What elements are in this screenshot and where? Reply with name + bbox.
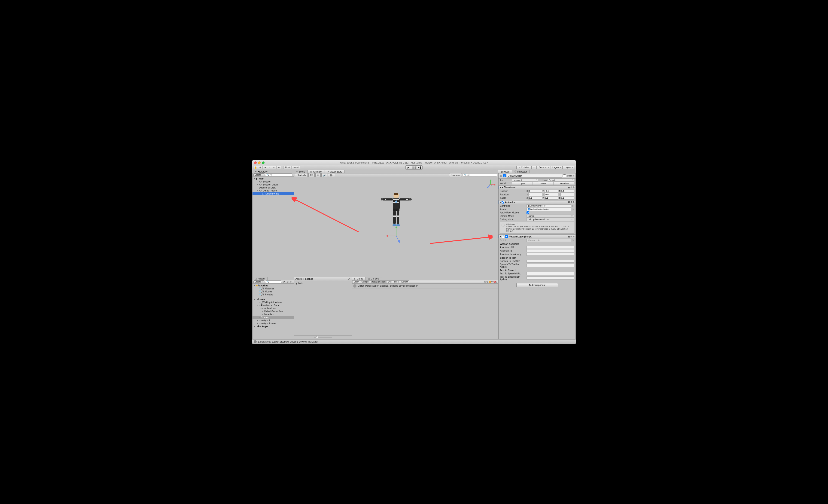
unity-sdk-core-folder[interactable]: ▸🗀 unity-sdk-core <box>252 322 294 325</box>
raw-mocap-folder[interactable]: ▾🗀 Raw Mocap Data <box>252 304 294 307</box>
account-dropdown[interactable]: Account <box>537 166 550 169</box>
hierarchy-item-directional-light[interactable]: Directional Light <box>252 186 294 189</box>
scene-gizmo[interactable]: y x <box>485 179 496 191</box>
minimize-window-button[interactable] <box>258 162 261 164</box>
animations-folder[interactable]: ▸🗀 Animations <box>252 307 294 310</box>
tts-key-field[interactable] <box>527 277 574 280</box>
packages-group[interactable]: ▸🗀 Packages <box>252 325 294 328</box>
multi-tool[interactable]: ✦ <box>277 166 281 169</box>
animator-header[interactable]: ▾ Animator ▣↺⚙ <box>499 201 576 204</box>
hand-tool[interactable]: ✋ <box>253 166 258 169</box>
help-icon[interactable]: ▣ <box>568 201 570 203</box>
play-button[interactable]: ▶ <box>406 166 411 169</box>
transform-header[interactable]: ▾⤧ Transform ▣↺⚙ <box>499 186 576 189</box>
pos-x[interactable] <box>528 190 542 193</box>
animator-enabled[interactable] <box>502 201 504 204</box>
pos-y[interactable] <box>544 190 558 193</box>
model-overrides-button[interactable]: Overrides ▾ <box>553 182 574 185</box>
watson-header[interactable]: ▾📄 Watson Logic (Script) ▣↺⚙ <box>499 235 576 238</box>
rotate-tool[interactable]: ⟳ <box>263 166 267 169</box>
all-models[interactable]: 🔍 All Models <box>252 290 294 293</box>
rot-y[interactable] <box>544 193 558 196</box>
update-mode-dropdown[interactable]: Normal⇕ <box>527 215 574 218</box>
reset-icon[interactable]: ↺ <box>570 236 572 238</box>
scale-x[interactable] <box>528 197 542 200</box>
walking-folder[interactable]: 🗀 _WalkingAnimations <box>252 301 294 304</box>
fx-toggle[interactable]: ▦ <box>328 173 335 177</box>
hierarchy-item-defaultavatar[interactable]: ▸▢DefaultAvatar <box>252 192 294 195</box>
breadcrumb-assets[interactable]: Assets <box>295 278 302 280</box>
scenes-folder[interactable]: 🗀 Scenes <box>252 316 294 319</box>
tts-url-field[interactable] <box>527 272 574 275</box>
avatar-field[interactable]: 👤 DefaultAvatarAvatar <box>527 208 571 211</box>
unity-sdk-folder[interactable]: ▸🗀 unity-sdk <box>252 319 294 322</box>
controller-field[interactable]: ▦ DefaultController <box>527 204 571 207</box>
inspector-tab[interactable]: ⓘInspector <box>512 170 529 173</box>
scene-asset-main[interactable]: ◈Main <box>295 282 351 285</box>
2d-toggle[interactable]: 2D <box>308 173 315 177</box>
stt-key-field[interactable] <box>527 264 574 267</box>
project-size-slider[interactable] <box>294 335 351 339</box>
scale-tool[interactable]: ⤢ <box>267 166 272 169</box>
collapse-button[interactable]: Collapse <box>360 281 371 283</box>
layout-dropdown[interactable]: Layout <box>563 166 575 169</box>
help-icon[interactable]: ▣ <box>568 236 570 238</box>
culling-mode-dropdown[interactable]: Cull Update Transforms⇕ <box>527 218 574 221</box>
maximize-window-button[interactable] <box>262 162 264 164</box>
console-message[interactable]: i Editor: Metal support disabled, skippi… <box>352 284 498 289</box>
defaultavatar-folder[interactable]: 🗀 DefaultAvatar.fbm <box>252 310 294 313</box>
error-counter[interactable]: !0 <box>493 281 498 283</box>
add-component-button[interactable]: Add Component <box>516 283 558 287</box>
gizmos-dropdown[interactable]: Gizmos <box>449 173 462 177</box>
model-select-button[interactable]: Select <box>533 182 553 185</box>
filter-icon[interactable]: ◔ <box>283 281 286 283</box>
animator-tab[interactable]: ▦Animator <box>308 170 325 173</box>
root-motion-checkbox[interactable] <box>527 211 529 214</box>
pivot-toggle[interactable]: Pivot <box>284 166 292 169</box>
clear-on-play-button[interactable]: Clear on Play <box>371 281 386 283</box>
project-tab[interactable]: ▢Project <box>252 277 267 280</box>
assistant-url-field[interactable] <box>527 246 574 249</box>
scene-root[interactable]: ▾◈Main <box>252 177 294 180</box>
layers-dropdown[interactable]: Layers <box>551 166 563 169</box>
step-button[interactable]: ▶❚ <box>417 166 422 169</box>
pos-z[interactable] <box>561 190 574 193</box>
rot-z[interactable] <box>561 193 574 196</box>
tag-dropdown[interactable]: Untagged <box>512 179 538 181</box>
error-pause-button[interactable]: Error Pause <box>386 281 400 283</box>
stt-url-field[interactable] <box>527 260 574 263</box>
watson-enabled[interactable] <box>505 235 508 238</box>
rot-x[interactable] <box>528 193 542 196</box>
shaded-dropdown[interactable]: Shaded <box>295 173 308 177</box>
assistant-id-field[interactable] <box>527 249 574 252</box>
assets-group[interactable]: ▾🗀 Assets <box>252 298 294 301</box>
menu-icon[interactable]: ⚙ <box>573 201 575 203</box>
project-create-dropdown[interactable]: Create <box>253 281 264 283</box>
hierarchy-item-ar-default-plane[interactable]: ▾AR Default Plane <box>252 189 294 192</box>
reset-icon[interactable]: ↺ <box>570 186 572 188</box>
menu-icon[interactable]: ⚙ <box>573 186 575 188</box>
pause-button[interactable]: ❚❚ <box>411 166 417 169</box>
active-checkbox[interactable] <box>503 174 506 177</box>
scene-viewport[interactable]: y x <box>294 177 498 277</box>
lighting-toggle[interactable]: ☀ <box>315 173 321 177</box>
warn-counter[interactable]: !0 <box>488 281 493 283</box>
close-window-button[interactable] <box>254 162 257 164</box>
favorites-group[interactable]: ▾★ Favorites <box>252 284 294 287</box>
scene-search[interactable]: 🔍 All <box>462 174 497 176</box>
lock-icon[interactable]: ⤢ <box>347 278 350 280</box>
all-prefabs[interactable]: 🔍 All Prefabs <box>252 293 294 296</box>
console-tab[interactable]: ▤Console <box>366 277 382 280</box>
gameobject-name-input[interactable] <box>507 174 562 178</box>
reset-icon[interactable]: ↺ <box>570 201 572 203</box>
asset-store-tab[interactable]: 🛍Asset Store <box>325 170 345 173</box>
layer-dropdown[interactable]: Default <box>548 179 574 181</box>
collab-dropdown[interactable]: ☁ Collab <box>516 166 531 169</box>
project-search[interactable]: 🔍 <box>265 281 282 283</box>
model-open-button[interactable]: Open <box>512 182 533 185</box>
cloud-button[interactable]: ⬡ <box>531 166 537 169</box>
all-materials[interactable]: 🔍 All Materials <box>252 287 294 290</box>
editor-dropdown[interactable]: Editor ▾ <box>400 281 410 283</box>
hierarchy-search[interactable]: 🔍 All <box>265 173 293 176</box>
game-tab[interactable]: ▶Game <box>352 277 366 280</box>
